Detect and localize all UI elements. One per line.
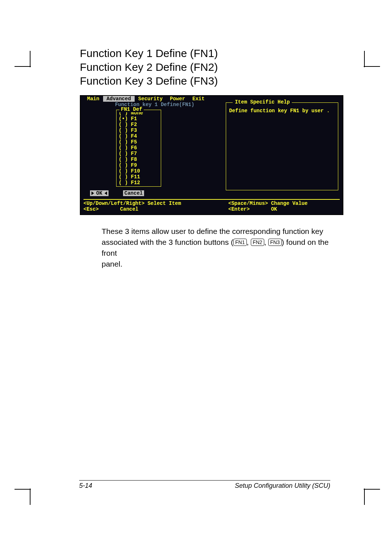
ok-button[interactable]: OK	[90, 190, 109, 196]
opt-f1[interactable]: (•) F1	[119, 116, 159, 122]
opt-f12[interactable]: ( ) F12	[119, 180, 159, 186]
heading-fn2: Function Key 2 Define (FN2)	[80, 61, 341, 73]
menu-exit[interactable]: Exit	[189, 96, 208, 102]
opt-f7[interactable]: ( ) F7	[119, 151, 159, 157]
opt-f4[interactable]: ( ) F4	[119, 133, 159, 139]
fn1-def-box: FN1 Def ( ) None (•) F1 ( ) F2 ( ) F3 ( …	[116, 110, 161, 187]
fn1-key-icon: FN1	[233, 239, 246, 246]
opt-f8[interactable]: ( ) F8	[119, 157, 159, 162]
cancel-button[interactable]: Cancel	[123, 190, 144, 196]
opt-f9[interactable]: ( ) F9	[119, 162, 159, 168]
opt-f2[interactable]: ( ) F2	[119, 122, 159, 127]
fn2-key-icon: FN2	[251, 239, 264, 246]
help-title: Item Specific Help	[233, 99, 292, 105]
page-number: 5-14	[79, 482, 92, 490]
opt-f6[interactable]: ( ) F6	[119, 145, 159, 151]
heading-fn3: Function Key 3 Define (FN3)	[80, 75, 341, 87]
description-paragraph: These 3 items allow user to define the c…	[102, 226, 341, 270]
menu-security[interactable]: Security	[135, 96, 166, 102]
opt-f11[interactable]: ( ) F11	[119, 174, 159, 180]
help-text: Define function key FN1 by user .	[229, 108, 335, 114]
footer-title: Setup Configuration Utility (SCU)	[235, 482, 330, 490]
menu-power[interactable]: Power	[166, 96, 189, 102]
fn3-key-icon: FN3	[268, 239, 281, 246]
menu-advanced[interactable]: Advanced	[103, 96, 135, 102]
bios-menubar: Main Advanced Security Power Exit	[81, 96, 343, 102]
opt-f10[interactable]: ( ) F10	[119, 168, 159, 174]
heading-fn1: Function Key 1 Define (FN1)	[80, 47, 341, 60]
fn1-def-label: FN1 Def	[119, 106, 144, 112]
bios-screenshot: Main Advanced Security Power Exit Functi…	[80, 95, 343, 215]
triangle-right-icon	[91, 191, 94, 195]
opt-f3[interactable]: ( ) F3	[119, 127, 159, 133]
help-box: Item Specific Help Define function key F…	[226, 102, 338, 190]
dialog-title: Function key 1 Define(FN1)	[83, 102, 226, 108]
key-hints: <Up/Down/Left/Right> Select Item <Space/…	[83, 199, 340, 212]
opt-f5[interactable]: ( ) F5	[119, 139, 159, 145]
menu-main[interactable]: Main	[83, 96, 103, 102]
triangle-left-icon	[105, 191, 107, 195]
